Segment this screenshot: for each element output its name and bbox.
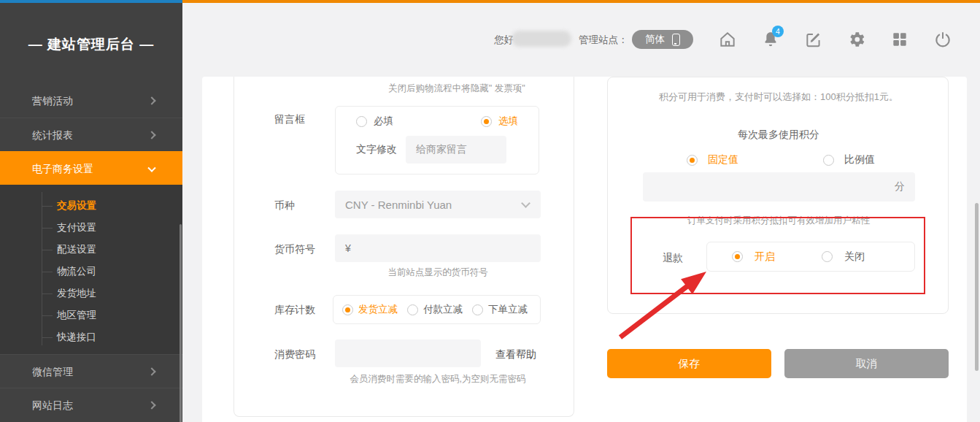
chevron-right-icon — [147, 401, 155, 409]
radio-group-refund-on[interactable]: 开启 — [732, 250, 775, 264]
radio-group-optional[interactable]: 选填 — [481, 115, 518, 128]
view-help-link[interactable]: 查看帮助 — [495, 348, 536, 361]
currency-symbol-input[interactable] — [335, 234, 541, 262]
sidebar-item-label: 网站日志 — [32, 399, 73, 411]
radio-required[interactable] — [356, 116, 367, 127]
sidebar-subitem-region-management[interactable]: 地区管理 — [0, 304, 182, 326]
points-settings-card: 积分可用于消费，支付时可以选择如：100积分抵扣1元。 每次最多使用积分 固定值… — [607, 77, 949, 314]
page-scrollbar[interactable] — [975, 203, 979, 371]
radio-ratio[interactable] — [823, 155, 834, 166]
site-pill-label: 简体 — [645, 33, 665, 46]
text-edit-label: 文字修改 — [356, 143, 397, 156]
settings-gear-icon[interactable] — [847, 30, 866, 49]
radio-group-ratio[interactable]: 比例值 — [823, 153, 875, 166]
sidebar-item-ecommerce-settings[interactable]: 电子商务设置 — [0, 151, 182, 185]
sidebar-item-label: 营销活动 — [32, 95, 73, 107]
message-box-label: 留言框 — [274, 113, 305, 126]
sidebar-item-marketing[interactable]: 营销活动 — [0, 84, 182, 118]
stock-count-group: 发货立减 付款立减 下单立减 — [333, 295, 541, 324]
radio-group-fixed[interactable]: 固定值 — [687, 153, 738, 166]
sidebar-subitem-delivery-settings[interactable]: 配送设置 — [0, 239, 182, 261]
radio-refund-off[interactable] — [822, 251, 833, 262]
admin-panel-title: — 建站管理后台 — — [0, 35, 182, 54]
sidebar-item-statistics[interactable]: 统计报表 — [0, 118, 182, 151]
radio-ship-deduct-selected[interactable] — [342, 304, 353, 315]
greeting-text: 您好 — [494, 34, 514, 47]
app-window: — 建站管理后台 — 营销活动 统计报表 电子商务设置 交易设置 支付设置 配送… — [0, 0, 980, 422]
sidebar-subitem-shipping-address[interactable]: 发货地址 — [0, 283, 182, 304]
sidebar-item-wechat[interactable]: 微信管理 — [0, 354, 182, 388]
notifications-bell-icon[interactable]: 4 — [761, 30, 780, 49]
pay-password-note: 会员消费时需要的输入密码,为空则无需密码 — [329, 373, 547, 385]
currency-label: 币种 — [274, 199, 295, 212]
stock-count-label: 库存计数 — [274, 304, 315, 317]
currency-symbol-label: 货币符号 — [274, 243, 315, 256]
notification-badge: 4 — [772, 26, 784, 37]
save-button[interactable]: 保存 — [607, 349, 771, 378]
sidebar-subitem-trade-settings[interactable]: 交易设置 — [0, 195, 182, 217]
radio-fixed-selected[interactable] — [687, 155, 698, 166]
currency-value: CNY - Renminbi Yuan — [345, 199, 452, 211]
manage-site-label: 管理站点： — [579, 34, 628, 47]
refund-label: 退款 — [663, 252, 683, 265]
chevron-right-icon — [147, 131, 155, 139]
max-points-input[interactable]: 分 — [643, 172, 915, 202]
apps-grid-icon[interactable] — [890, 30, 909, 49]
trade-settings-card: 关闭后购物流程中将隐藏" 发票项" 留言框 必填 选填 文字修改 币种 CNY … — [234, 77, 574, 417]
edit-icon[interactable] — [804, 30, 823, 49]
radio-group-refund-off[interactable]: 关闭 — [822, 250, 865, 264]
chevron-right-icon — [147, 96, 155, 104]
message-box-group: 必填 选填 文字修改 — [335, 106, 539, 174]
currency-select[interactable]: CNY - Renminbi Yuan — [335, 191, 541, 218]
max-points-label: 每次最多使用积分 — [608, 128, 949, 142]
redacted-username — [512, 31, 571, 47]
ecommerce-submenu: 交易设置 支付设置 配送设置 物流公司 发货地址 地区管理 快递接口 — [0, 185, 182, 354]
mobile-icon — [672, 34, 680, 46]
sidebar-item-label: 统计报表 — [32, 129, 73, 141]
pay-password-input[interactable] — [335, 339, 481, 367]
home-icon[interactable] — [718, 30, 737, 49]
sidebar-item-site-log[interactable]: 网站日志 — [0, 388, 182, 421]
message-text-input[interactable] — [406, 136, 506, 164]
pay-password-label: 消费密码 — [274, 348, 315, 361]
top-strip-orange — [182, 0, 980, 3]
chevron-down-icon — [521, 199, 530, 208]
radio-optional-selected[interactable] — [481, 116, 492, 127]
chevron-down-icon — [147, 164, 155, 172]
currency-symbol-note: 当前站点显示的货币符号 — [335, 266, 541, 279]
sidebar: — 建站管理后台 — 营销活动 统计报表 电子商务设置 交易设置 支付设置 配送… — [0, 3, 182, 422]
refund-group: 开启 关闭 — [706, 242, 915, 272]
site-language-pill[interactable]: 简体 — [632, 30, 693, 49]
sidebar-item-label: 电子商务设置 — [32, 163, 93, 174]
radio-refund-on-selected[interactable] — [732, 251, 743, 262]
sidebar-subitem-express-api[interactable]: 快递接口 — [0, 326, 182, 348]
points-unit: 分 — [895, 180, 905, 193]
sidebar-subitem-payment-settings[interactable]: 支付设置 — [0, 217, 182, 239]
points-note: 积分可用于消费，支付时可以选择如：100积分抵扣1元。 — [608, 91, 949, 104]
radio-order-deduct[interactable] — [472, 304, 483, 315]
radio-group-required[interactable]: 必填 — [356, 115, 393, 128]
points-tip: 订单支付时采用积分抵扣可有效增加用户粘性 — [608, 215, 949, 227]
chevron-right-icon — [147, 367, 155, 375]
sidebar-scrollbar[interactable] — [180, 224, 182, 422]
logout-power-icon[interactable] — [933, 30, 952, 49]
cancel-button[interactable]: 取消 — [784, 349, 949, 378]
invoice-note: 关闭后购物流程中将隐藏" 发票项" — [369, 83, 544, 95]
radio-pay-deduct[interactable] — [407, 304, 418, 315]
sidebar-subitem-logistics-company[interactable]: 物流公司 — [0, 261, 182, 283]
sidebar-item-label: 微信管理 — [32, 366, 73, 377]
